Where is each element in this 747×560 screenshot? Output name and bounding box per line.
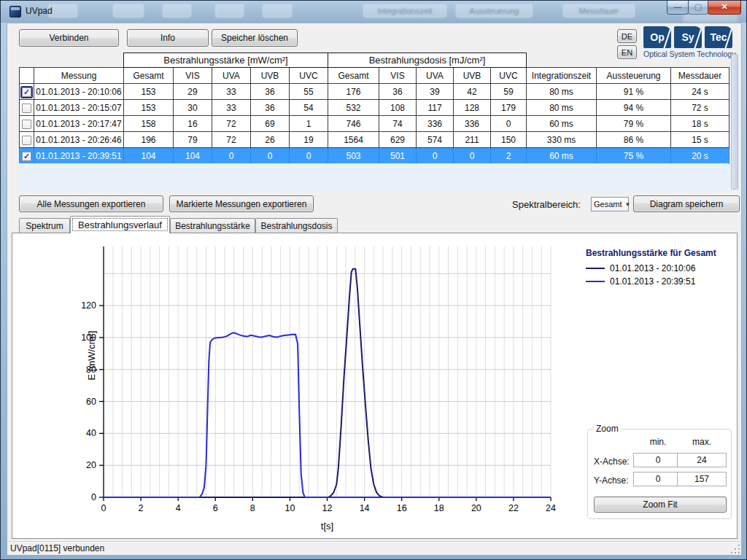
column-header-gesamt[interactable]: Gesamt [328,68,379,84]
table-cell: 1564 [328,132,379,148]
titlebar-ghost: Messdauer [563,4,635,18]
chart-legend: Bestrahlungsstärke für Gesamt 01.01.2013… [586,248,732,288]
table-scrollbar[interactable] [731,54,738,190]
svg-text:16: 16 [397,503,407,513]
table-cell: 59 [491,84,527,100]
tab-spektrum[interactable]: Spektrum [19,218,70,233]
column-header-gesamt[interactable]: Gesamt [124,68,174,84]
group-header-irradiance: Bestrahlungsstärke [mW/cm²] [124,53,328,68]
clear-memory-button[interactable]: Speicher löschen [212,29,298,47]
spectral-range-dropdown[interactable]: Gesamt ▼ [591,197,629,211]
info-button[interactable]: Info [127,29,209,47]
table-row[interactable]: 01.01.2013 - 20:10:061532933365517636394… [20,84,729,100]
table-cell: 94 % [597,100,671,116]
column-header-messung[interactable]: Messung [34,68,124,84]
table-cell: 330 ms [527,132,597,148]
export-marked-button[interactable]: Markierte Messungen exportieren [169,195,314,212]
table-cell: 158 [124,116,174,132]
row-checkbox[interactable] [22,120,31,129]
logo-tile-op: Op [643,26,671,48]
table-cell: 20 s [671,148,729,164]
table-row[interactable]: 01.01.2013 - 20:15:071533033365453210811… [20,100,729,116]
column-header-messdauer[interactable]: Messdauer [671,68,729,84]
row-checkbox[interactable] [22,88,31,97]
table-cell: 72 [212,132,251,148]
table-cell: 29 [174,84,212,100]
measurement-table[interactable]: Bestrahlungsstärke [mW/cm²]Bestrahlungsd… [19,52,729,164]
table-cell: 36 [251,84,290,100]
row-checkbox[interactable] [22,152,31,161]
table-cell: 0 [491,116,527,132]
titlebar[interactable]: IntegrationszeitAussteuerungMessdauer UV… [1,1,747,23]
save-diagram-button[interactable]: Diagram speichern [633,195,740,212]
x-max-input[interactable] [677,453,727,467]
column-header-uvb[interactable]: UVB [454,68,491,84]
table-cell: 196 [124,132,174,148]
column-header-vis[interactable]: VIS [174,68,212,84]
column-header-aussteuerung[interactable]: Aussteuerung [597,68,671,84]
table-cell: 30 [174,100,212,116]
connect-button[interactable]: Verbinden [19,29,119,47]
table-cell: 54 [290,100,328,116]
titlebar-ghost [215,4,244,18]
svg-text:24: 24 [546,503,556,513]
minimize-button[interactable]: — [667,1,689,15]
zoom-fit-button[interactable]: Zoom Fit [594,497,727,513]
export-all-button[interactable]: Alle Messungen exportieren [19,195,163,212]
column-header-integrationszeit[interactable]: Integrationszeit [527,68,597,84]
table-row[interactable]: 01.01.2013 - 20:17:471581672691746743363… [20,116,729,132]
svg-text:14: 14 [360,503,370,513]
legend-line-swatch [586,281,605,282]
titlebar-ghost [263,4,292,18]
y-max-input[interactable] [677,472,727,486]
resize-grip[interactable] [730,544,740,553]
table-cell: 153 [124,84,174,100]
chevron-down-icon: ▼ [622,201,631,208]
table-cell: 18 s [671,116,729,132]
legend-item: 01.01.2013 - 20:39:51 [586,275,732,288]
table-cell: 211 [454,132,491,148]
y-min-input[interactable] [633,472,683,486]
table-corner-spacer [20,53,124,68]
legend-item: 01.01.2013 - 20:10:06 [586,262,732,275]
column-header-uva[interactable]: UVA [212,68,251,84]
table-cell: 24 s [671,84,729,100]
row-checkbox[interactable] [22,104,31,113]
table-cell: 532 [328,100,379,116]
table-cell: 128 [454,100,491,116]
close-button[interactable]: ✕ [708,1,741,15]
svg-text:120: 120 [81,300,96,311]
column-header-uvc[interactable]: UVC [290,68,328,84]
titlebar-ghost: Integrationszeit [363,4,446,18]
table-row[interactable]: 01.01.2013 - 20:26:461967972261915646295… [20,132,729,148]
table-cell: 0 [417,148,454,164]
svg-text:8: 8 [250,503,255,513]
language-de-button[interactable]: DE [617,29,637,43]
column-header-vis[interactable]: VIS [379,68,417,84]
column-header-uvb[interactable]: UVB [251,68,290,84]
table-cell: 0 [454,148,491,164]
table-cell: 574 [417,132,454,148]
status-text: UVpad[0115] verbunden [10,543,104,553]
table-cell: 746 [328,116,379,132]
table-cell: 108 [379,100,417,116]
row-checkbox[interactable] [22,136,31,145]
min-column-header: min. [633,437,683,447]
x-axis-label: t[s] [104,521,551,532]
table-cell: 36 [379,84,417,100]
column-header-uvc[interactable]: UVC [491,68,527,84]
max-column-header: max. [677,437,727,447]
column-header-uva[interactable]: UVA [417,68,454,84]
tab-bestrahlungsdosis[interactable]: Bestrahlungsdosis [255,218,338,233]
x-min-input[interactable] [633,453,683,467]
table-cell: 79 % [597,116,671,132]
table-cell: 91 % [597,84,671,100]
table-cell: 33 [212,84,251,100]
column-header-checkbox[interactable] [20,68,34,84]
zoom-groupbox-title: Zoom [594,424,621,434]
tab-bestrahlungsverlauf[interactable]: Bestrahlungsverlauf [70,216,170,233]
tab-bestrahlungsstärke[interactable]: Bestrahlungsstärke [170,218,255,233]
table-cell: 503 [328,148,379,164]
table-row[interactable]: 01.01.2013 - 20:39:511041040005035010026… [20,148,729,164]
maximize-button[interactable]: ▢ [688,1,708,15]
